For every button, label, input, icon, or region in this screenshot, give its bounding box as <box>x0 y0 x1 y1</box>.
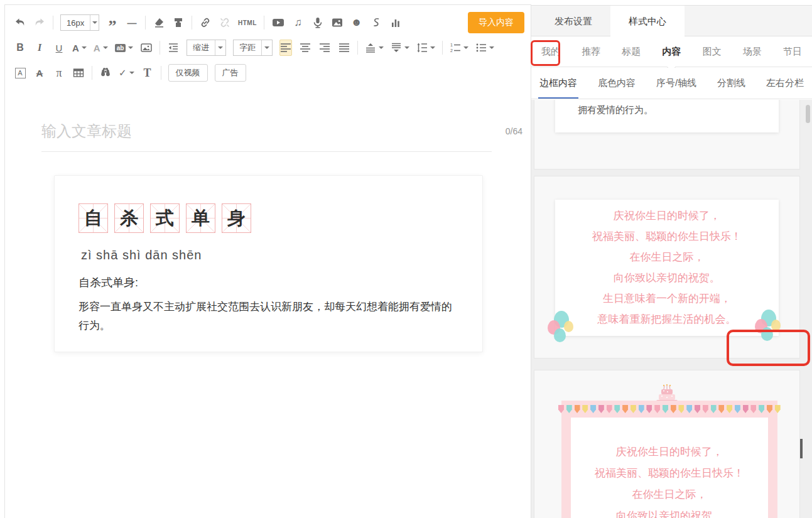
toolbar-separator <box>145 16 146 30</box>
undo-icon[interactable] <box>14 14 26 31</box>
video-icon[interactable] <box>271 14 285 31</box>
unordered-list-button[interactable] <box>475 40 494 56</box>
font-size-select[interactable]: 16px <box>60 14 99 31</box>
indent-select[interactable]: 缩进 <box>187 40 226 56</box>
insert-image-button[interactable] <box>140 40 153 56</box>
birthday-line: 生日意味着一个新的开端， <box>555 288 779 309</box>
char-gridbox: 身 <box>222 203 251 233</box>
font-background-button[interactable]: A <box>94 40 108 56</box>
char-gridbox: 自 <box>78 203 108 233</box>
underline-button[interactable]: U <box>53 40 65 56</box>
char-gridbox: 杀 <box>114 203 144 233</box>
article-title-input[interactable]: 输入文章标题 <box>41 121 132 141</box>
spacing-after-button[interactable] <box>391 40 409 56</box>
unlink-icon[interactable] <box>219 14 231 31</box>
svg-text:1: 1 <box>450 43 453 47</box>
toolbar-separator <box>264 16 264 30</box>
blockquote-icon[interactable]: ” <box>106 14 119 31</box>
outdent-icon[interactable] <box>167 40 180 56</box>
align-center-button[interactable] <box>299 40 311 56</box>
title-char-counter: 0/64 <box>506 126 522 136</box>
char-border-button[interactable]: A <box>14 65 26 81</box>
chart-icon[interactable] <box>389 14 402 31</box>
category-imagetext[interactable]: 图文 <box>703 46 722 58</box>
category-title[interactable]: 标题 <box>622 46 641 58</box>
birthday-line: 庆祝你生日的时候了， <box>571 441 768 463</box>
link-icon[interactable] <box>199 14 212 31</box>
redo-icon[interactable] <box>33 14 46 31</box>
title-underline <box>41 151 492 152</box>
align-left-button[interactable] <box>279 40 292 56</box>
eraser-icon[interactable] <box>153 14 165 31</box>
strikethrough-button[interactable]: A <box>33 65 46 81</box>
template-item[interactable]: 庆祝你生日的时候了， 祝福美丽、聪颖的你生日快乐！ 在你生日之际， 向你致以亲切… <box>534 370 800 518</box>
letter-spacing-caret[interactable] <box>261 40 272 55</box>
editor-content-card[interactable]: 自 杀 式 单 身 zì shā shì dān shēn 自杀式单身: 形容一… <box>54 175 483 352</box>
style-category-row: 我的 推荐 标题 内容 图文 场景 节日 <box>531 37 812 67</box>
birthday-line: 向你致以亲切的祝贺。 <box>571 505 768 518</box>
italic-button[interactable]: I <box>33 40 46 56</box>
gridbox-char: 自 <box>84 206 102 231</box>
ordered-list-button[interactable]: 12 <box>450 40 468 56</box>
html-source-button[interactable]: HTML <box>238 14 257 31</box>
category-content[interactable]: 内容 <box>662 46 681 58</box>
subtab-columns[interactable]: 左右分栏 <box>766 68 804 99</box>
char-gridbox: 式 <box>150 203 180 233</box>
tab-style-center[interactable]: 样式中心 <box>610 6 685 37</box>
toolbar-separator <box>92 66 92 80</box>
tab-publish-settings[interactable]: 发布设置 <box>536 6 610 37</box>
spacing-before-button[interactable] <box>365 40 384 56</box>
toolbar-separator <box>53 16 53 30</box>
align-justify-button[interactable] <box>338 40 350 56</box>
table-icon[interactable] <box>72 65 85 81</box>
birthday-line: 在你生日之际， <box>571 484 768 505</box>
letter-spacing-select[interactable]: 字距 <box>233 40 273 56</box>
align-right-button[interactable] <box>318 40 331 56</box>
ad-button[interactable]: 广告 <box>215 64 246 82</box>
category-festival[interactable]: 节日 <box>783 46 802 58</box>
format-painter-icon[interactable] <box>172 14 185 31</box>
char-gridbox-row: 自 杀 式 单 身 <box>78 203 457 233</box>
highlight-ab-button[interactable]: ab <box>115 40 134 56</box>
scrollbar-thumb[interactable] <box>806 105 810 123</box>
gridbox-char: 式 <box>156 206 174 231</box>
birthday-line: 祝福美丽、聪颖的你生日快乐！ <box>555 226 779 247</box>
subtab-bgcolor-content[interactable]: 底色内容 <box>598 68 636 99</box>
bold-button[interactable]: B <box>14 40 26 56</box>
subtab-divider[interactable]: 分割线 <box>717 68 745 99</box>
spellcheck-button[interactable]: ✓ <box>119 65 134 81</box>
line-height-button[interactable] <box>416 40 435 56</box>
toolbar-row-2: B I U A A ab 缩进 字距 <box>14 38 524 57</box>
category-mine[interactable]: 我的 <box>541 46 560 58</box>
category-scene[interactable]: 场景 <box>743 46 762 58</box>
import-content-button[interactable]: 导入内容 <box>468 12 524 33</box>
font-color-button[interactable]: A <box>72 40 87 56</box>
horizontal-rule-icon[interactable]: — <box>126 14 138 31</box>
text-t-button[interactable]: T <box>141 65 154 81</box>
microphone-icon[interactable] <box>311 14 324 31</box>
gridbox-char: 单 <box>192 206 210 231</box>
toolbar-separator <box>192 16 192 30</box>
subtab-number-axis[interactable]: 序号/轴线 <box>656 68 696 99</box>
indent-caret[interactable] <box>215 40 225 55</box>
template-list[interactable]: 拥有爱情的行为。 庆祝你生日的时候了， 祝福美丽、聪颖的你生日快乐！ 在你生日之… <box>531 100 812 518</box>
category-recommend[interactable]: 推荐 <box>582 46 600 58</box>
gridbox-char: 身 <box>227 206 246 231</box>
video-only-button[interactable]: 仅视频 <box>168 64 208 82</box>
definition-text: 形容一直单身又不主动扩展社交范围去认识新朋友，却每天幻想着能拥有爱情的行为。 <box>78 298 457 335</box>
emoji-icon[interactable]: ☻ <box>350 14 363 31</box>
toolbar-row-3: A A π ✓ T 仅视频 广告 <box>14 63 524 82</box>
template-preview: 庆祝你生日的时候了， 祝福美丽、聪颖的你生日快乐！ 在你生日之际， 向你致以亲切… <box>571 418 768 518</box>
music-icon[interactable]: ♫ <box>292 14 305 31</box>
template-item[interactable]: 拥有爱情的行为。 <box>534 100 800 170</box>
birthday-line: 祝福美丽、聪颖的你生日快乐！ <box>571 463 768 484</box>
font-size-caret[interactable] <box>90 15 99 30</box>
template-item[interactable]: 庆祝你生日的时候了， 祝福美丽、聪颖的你生日快乐！ 在你生日之际， 向你致以亲切… <box>534 176 800 359</box>
birthday-line: 意味着重新把握生活的机会。 <box>555 309 779 330</box>
image-icon[interactable] <box>331 14 344 31</box>
find-replace-icon[interactable] <box>99 65 112 81</box>
curve-s-icon[interactable] <box>370 14 382 31</box>
subtab-border-content[interactable]: 边框内容 <box>539 68 577 99</box>
letter-spacing-label: 字距 <box>234 42 261 53</box>
formula-pi-button[interactable]: π <box>53 65 65 81</box>
